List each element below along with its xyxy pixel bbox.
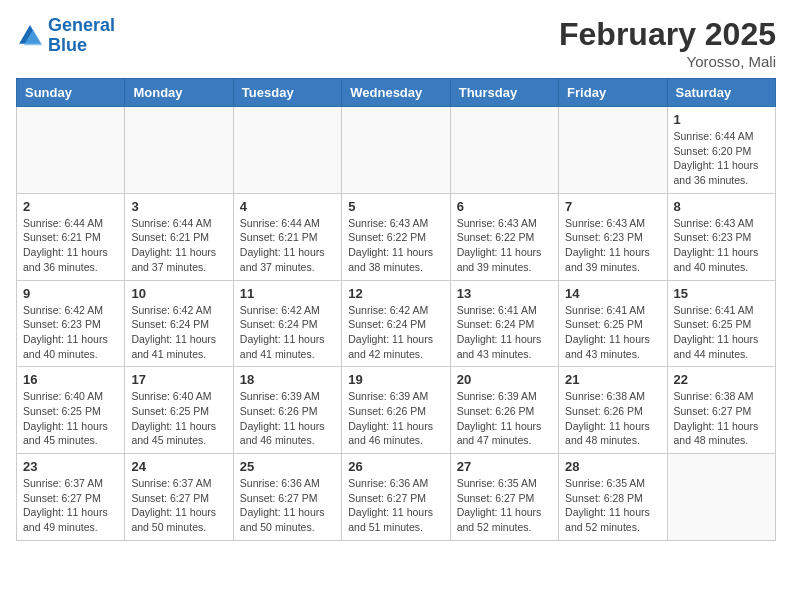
calendar-cell: 19Sunrise: 6:39 AM Sunset: 6:26 PM Dayli… xyxy=(342,367,450,454)
calendar-cell xyxy=(342,107,450,194)
logo-general: General xyxy=(48,15,115,35)
weekday-header-sunday: Sunday xyxy=(17,79,125,107)
calendar-cell: 3Sunrise: 6:44 AM Sunset: 6:21 PM Daylig… xyxy=(125,193,233,280)
day-info: Sunrise: 6:42 AM Sunset: 6:24 PM Dayligh… xyxy=(348,303,443,362)
day-number: 28 xyxy=(565,459,660,474)
calendar-cell: 24Sunrise: 6:37 AM Sunset: 6:27 PM Dayli… xyxy=(125,454,233,541)
calendar-cell: 23Sunrise: 6:37 AM Sunset: 6:27 PM Dayli… xyxy=(17,454,125,541)
day-info: Sunrise: 6:40 AM Sunset: 6:25 PM Dayligh… xyxy=(131,389,226,448)
day-number: 18 xyxy=(240,372,335,387)
day-info: Sunrise: 6:43 AM Sunset: 6:22 PM Dayligh… xyxy=(457,216,552,275)
day-info: Sunrise: 6:43 AM Sunset: 6:23 PM Dayligh… xyxy=(565,216,660,275)
day-number: 23 xyxy=(23,459,118,474)
calendar-cell: 28Sunrise: 6:35 AM Sunset: 6:28 PM Dayli… xyxy=(559,454,667,541)
logo-blue: Blue xyxy=(48,35,87,55)
weekday-header-monday: Monday xyxy=(125,79,233,107)
calendar-cell: 22Sunrise: 6:38 AM Sunset: 6:27 PM Dayli… xyxy=(667,367,775,454)
calendar-cell: 12Sunrise: 6:42 AM Sunset: 6:24 PM Dayli… xyxy=(342,280,450,367)
day-number: 7 xyxy=(565,199,660,214)
calendar-cell: 27Sunrise: 6:35 AM Sunset: 6:27 PM Dayli… xyxy=(450,454,558,541)
calendar-cell: 26Sunrise: 6:36 AM Sunset: 6:27 PM Dayli… xyxy=(342,454,450,541)
day-number: 22 xyxy=(674,372,769,387)
day-number: 20 xyxy=(457,372,552,387)
calendar-week-row: 9Sunrise: 6:42 AM Sunset: 6:23 PM Daylig… xyxy=(17,280,776,367)
title-block: February 2025 Yorosso, Mali xyxy=(559,16,776,70)
calendar-cell xyxy=(233,107,341,194)
calendar-cell: 21Sunrise: 6:38 AM Sunset: 6:26 PM Dayli… xyxy=(559,367,667,454)
day-number: 15 xyxy=(674,286,769,301)
day-info: Sunrise: 6:39 AM Sunset: 6:26 PM Dayligh… xyxy=(348,389,443,448)
day-info: Sunrise: 6:44 AM Sunset: 6:20 PM Dayligh… xyxy=(674,129,769,188)
day-number: 19 xyxy=(348,372,443,387)
day-info: Sunrise: 6:41 AM Sunset: 6:25 PM Dayligh… xyxy=(674,303,769,362)
logo: General Blue xyxy=(16,16,115,56)
day-info: Sunrise: 6:38 AM Sunset: 6:26 PM Dayligh… xyxy=(565,389,660,448)
day-info: Sunrise: 6:37 AM Sunset: 6:27 PM Dayligh… xyxy=(23,476,118,535)
day-info: Sunrise: 6:44 AM Sunset: 6:21 PM Dayligh… xyxy=(23,216,118,275)
weekday-header-tuesday: Tuesday xyxy=(233,79,341,107)
day-info: Sunrise: 6:36 AM Sunset: 6:27 PM Dayligh… xyxy=(348,476,443,535)
day-number: 12 xyxy=(348,286,443,301)
calendar-cell: 9Sunrise: 6:42 AM Sunset: 6:23 PM Daylig… xyxy=(17,280,125,367)
day-info: Sunrise: 6:35 AM Sunset: 6:27 PM Dayligh… xyxy=(457,476,552,535)
day-number: 11 xyxy=(240,286,335,301)
logo-icon xyxy=(16,22,44,50)
day-info: Sunrise: 6:43 AM Sunset: 6:23 PM Dayligh… xyxy=(674,216,769,275)
day-number: 1 xyxy=(674,112,769,127)
day-number: 10 xyxy=(131,286,226,301)
day-number: 16 xyxy=(23,372,118,387)
day-number: 4 xyxy=(240,199,335,214)
day-info: Sunrise: 6:42 AM Sunset: 6:23 PM Dayligh… xyxy=(23,303,118,362)
day-info: Sunrise: 6:40 AM Sunset: 6:25 PM Dayligh… xyxy=(23,389,118,448)
weekday-header-wednesday: Wednesday xyxy=(342,79,450,107)
day-number: 24 xyxy=(131,459,226,474)
day-info: Sunrise: 6:38 AM Sunset: 6:27 PM Dayligh… xyxy=(674,389,769,448)
calendar-cell: 15Sunrise: 6:41 AM Sunset: 6:25 PM Dayli… xyxy=(667,280,775,367)
day-info: Sunrise: 6:39 AM Sunset: 6:26 PM Dayligh… xyxy=(457,389,552,448)
weekday-header-friday: Friday xyxy=(559,79,667,107)
day-info: Sunrise: 6:42 AM Sunset: 6:24 PM Dayligh… xyxy=(240,303,335,362)
day-number: 9 xyxy=(23,286,118,301)
day-info: Sunrise: 6:44 AM Sunset: 6:21 PM Dayligh… xyxy=(131,216,226,275)
calendar-cell: 4Sunrise: 6:44 AM Sunset: 6:21 PM Daylig… xyxy=(233,193,341,280)
day-number: 5 xyxy=(348,199,443,214)
day-number: 14 xyxy=(565,286,660,301)
calendar-cell: 11Sunrise: 6:42 AM Sunset: 6:24 PM Dayli… xyxy=(233,280,341,367)
location: Yorosso, Mali xyxy=(559,53,776,70)
calendar-cell: 1Sunrise: 6:44 AM Sunset: 6:20 PM Daylig… xyxy=(667,107,775,194)
calendar-cell: 16Sunrise: 6:40 AM Sunset: 6:25 PM Dayli… xyxy=(17,367,125,454)
calendar-cell: 10Sunrise: 6:42 AM Sunset: 6:24 PM Dayli… xyxy=(125,280,233,367)
calendar-cell xyxy=(450,107,558,194)
day-number: 25 xyxy=(240,459,335,474)
day-number: 8 xyxy=(674,199,769,214)
day-info: Sunrise: 6:36 AM Sunset: 6:27 PM Dayligh… xyxy=(240,476,335,535)
calendar-cell xyxy=(17,107,125,194)
day-info: Sunrise: 6:41 AM Sunset: 6:24 PM Dayligh… xyxy=(457,303,552,362)
calendar-cell: 6Sunrise: 6:43 AM Sunset: 6:22 PM Daylig… xyxy=(450,193,558,280)
calendar-cell: 17Sunrise: 6:40 AM Sunset: 6:25 PM Dayli… xyxy=(125,367,233,454)
calendar-cell: 18Sunrise: 6:39 AM Sunset: 6:26 PM Dayli… xyxy=(233,367,341,454)
month-year: February 2025 xyxy=(559,16,776,53)
day-info: Sunrise: 6:39 AM Sunset: 6:26 PM Dayligh… xyxy=(240,389,335,448)
calendar-table: SundayMondayTuesdayWednesdayThursdayFrid… xyxy=(16,78,776,541)
weekday-header-saturday: Saturday xyxy=(667,79,775,107)
day-info: Sunrise: 6:44 AM Sunset: 6:21 PM Dayligh… xyxy=(240,216,335,275)
calendar-cell: 20Sunrise: 6:39 AM Sunset: 6:26 PM Dayli… xyxy=(450,367,558,454)
day-info: Sunrise: 6:35 AM Sunset: 6:28 PM Dayligh… xyxy=(565,476,660,535)
calendar-week-row: 23Sunrise: 6:37 AM Sunset: 6:27 PM Dayli… xyxy=(17,454,776,541)
calendar-week-row: 1Sunrise: 6:44 AM Sunset: 6:20 PM Daylig… xyxy=(17,107,776,194)
weekday-header-row: SundayMondayTuesdayWednesdayThursdayFrid… xyxy=(17,79,776,107)
calendar-cell xyxy=(667,454,775,541)
calendar-cell: 7Sunrise: 6:43 AM Sunset: 6:23 PM Daylig… xyxy=(559,193,667,280)
calendar-cell: 8Sunrise: 6:43 AM Sunset: 6:23 PM Daylig… xyxy=(667,193,775,280)
day-info: Sunrise: 6:41 AM Sunset: 6:25 PM Dayligh… xyxy=(565,303,660,362)
day-number: 3 xyxy=(131,199,226,214)
day-info: Sunrise: 6:37 AM Sunset: 6:27 PM Dayligh… xyxy=(131,476,226,535)
weekday-header-thursday: Thursday xyxy=(450,79,558,107)
day-number: 6 xyxy=(457,199,552,214)
day-info: Sunrise: 6:42 AM Sunset: 6:24 PM Dayligh… xyxy=(131,303,226,362)
day-number: 21 xyxy=(565,372,660,387)
calendar-cell: 5Sunrise: 6:43 AM Sunset: 6:22 PM Daylig… xyxy=(342,193,450,280)
day-number: 13 xyxy=(457,286,552,301)
day-number: 2 xyxy=(23,199,118,214)
